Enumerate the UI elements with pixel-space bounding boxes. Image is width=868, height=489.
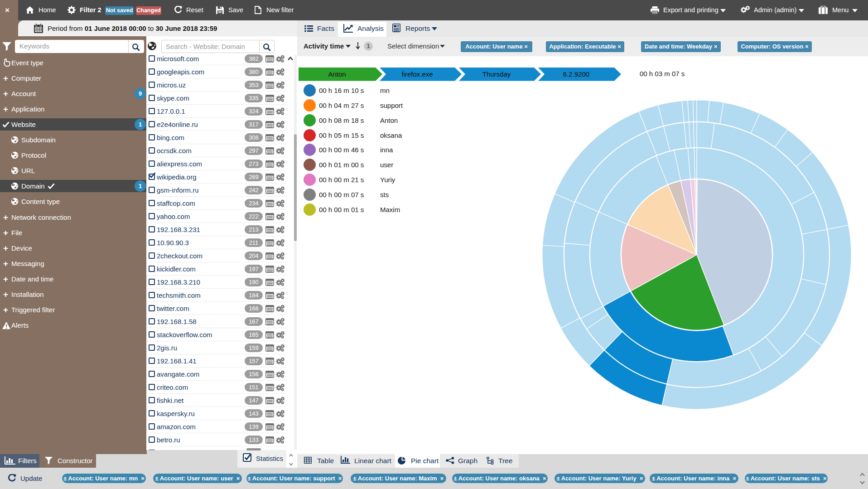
svg-text:firefox.exe: firefox.exe <box>401 70 433 78</box>
svg-text:Thursday: Thursday <box>482 70 511 78</box>
svg-text:6.2.9200: 6.2.9200 <box>563 70 589 78</box>
svg-text:Anton: Anton <box>328 70 346 78</box>
